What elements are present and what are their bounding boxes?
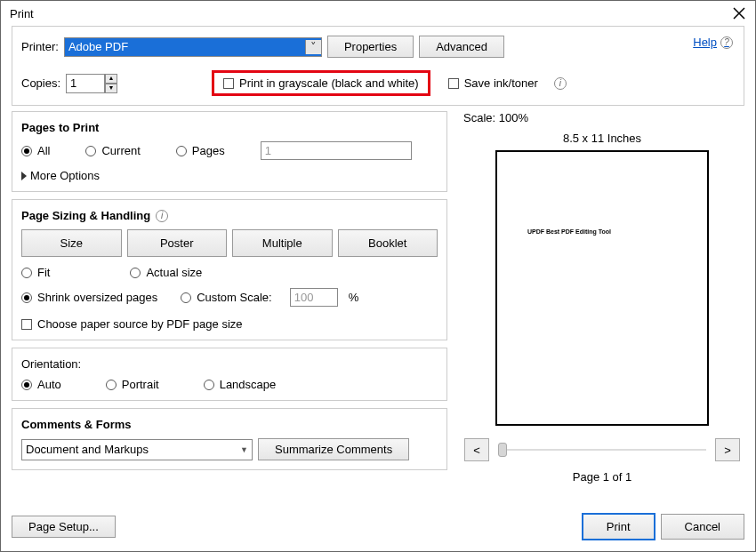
preview-doc-text: UPDF Best PDF Editing Tool bbox=[527, 228, 611, 235]
preview-page: UPDF Best PDF Editing Tool bbox=[495, 150, 709, 426]
radio-custom-scale[interactable] bbox=[181, 292, 191, 303]
comments-selected: Document and Markups bbox=[26, 443, 149, 456]
radio-current[interactable] bbox=[85, 146, 96, 156]
pages-to-print-heading: Pages to Print bbox=[21, 121, 438, 134]
page-indicator: Page 1 of 1 bbox=[573, 470, 632, 484]
copies-input[interactable] bbox=[66, 74, 105, 93]
summarize-comments-button[interactable]: Summarize Comments bbox=[258, 438, 409, 460]
printer-select[interactable]: Adobe PDF ˅ bbox=[64, 37, 322, 57]
radio-portrait[interactable] bbox=[106, 380, 117, 390]
comments-panel: Comments & Forms Document and Markups ▼ … bbox=[12, 408, 447, 470]
copies-down[interactable]: ▼ bbox=[105, 84, 117, 93]
printer-label: Printer: bbox=[21, 40, 59, 53]
close-icon[interactable] bbox=[732, 6, 746, 20]
save-ink-label: Save ink/toner bbox=[464, 76, 538, 90]
help-link[interactable]: Help ? bbox=[693, 36, 733, 49]
custom-scale-input[interactable] bbox=[290, 288, 338, 307]
triangle-right-icon bbox=[21, 172, 27, 180]
radio-shrink[interactable] bbox=[21, 292, 32, 303]
save-ink-info-icon[interactable]: i bbox=[554, 77, 567, 90]
comments-heading: Comments & Forms bbox=[21, 418, 438, 431]
label-shrink: Shrink oversized pages bbox=[37, 291, 157, 304]
help-info-icon: ? bbox=[720, 36, 733, 49]
radio-fit[interactable] bbox=[21, 268, 32, 278]
label-landscape: Landscape bbox=[220, 378, 277, 391]
paper-source-checkbox[interactable] bbox=[21, 319, 32, 330]
multiple-button[interactable]: Multiple bbox=[232, 229, 333, 257]
chevron-down-icon: ˅ bbox=[305, 40, 321, 54]
copies-spinner[interactable]: ▲ ▼ bbox=[66, 74, 117, 93]
size-button[interactable]: Size bbox=[21, 229, 122, 257]
properties-button[interactable]: Properties bbox=[327, 36, 414, 58]
label-custom-scale: Custom Scale: bbox=[197, 291, 272, 304]
save-ink-checkbox[interactable] bbox=[448, 78, 459, 89]
label-all: All bbox=[37, 144, 50, 157]
radio-all[interactable] bbox=[21, 146, 32, 156]
chevron-down-icon: ▼ bbox=[240, 445, 248, 454]
page-setup-button[interactable]: Page Setup... bbox=[12, 516, 116, 538]
orientation-panel: Orientation: Auto Portrait Landscape bbox=[12, 348, 447, 401]
booklet-button[interactable]: Booklet bbox=[338, 229, 438, 257]
copies-label: Copies: bbox=[21, 76, 60, 90]
grayscale-checkbox[interactable] bbox=[223, 78, 234, 89]
scale-label: Scale: 100% bbox=[463, 111, 528, 124]
orientation-heading: Orientation: bbox=[21, 357, 438, 371]
next-page-button[interactable]: > bbox=[715, 438, 740, 461]
printer-selected: Adobe PDF bbox=[68, 40, 128, 53]
label-portrait: Portrait bbox=[122, 378, 159, 391]
radio-pages[interactable] bbox=[176, 146, 187, 156]
grayscale-label: Print in grayscale (black and white) bbox=[239, 76, 419, 90]
more-options-label: More Options bbox=[30, 169, 100, 182]
pages-range-input[interactable] bbox=[261, 141, 412, 160]
label-pages: Pages bbox=[192, 144, 225, 157]
dimensions-label: 8.5 x 11 Inches bbox=[563, 132, 641, 145]
more-options-toggle[interactable]: More Options bbox=[21, 169, 438, 182]
radio-actual[interactable] bbox=[130, 268, 141, 278]
slider-thumb[interactable] bbox=[498, 443, 507, 457]
label-actual: Actual size bbox=[146, 266, 202, 279]
label-current: Current bbox=[101, 144, 140, 157]
percent-label: % bbox=[349, 291, 359, 304]
comments-select[interactable]: Document and Markups ▼ bbox=[21, 439, 253, 460]
prev-page-button[interactable]: < bbox=[464, 438, 489, 461]
window-title: Print bbox=[10, 7, 34, 20]
pages-to-print-panel: Pages to Print All Current Pages More Op… bbox=[12, 111, 447, 192]
poster-button[interactable]: Poster bbox=[127, 229, 228, 257]
print-button[interactable]: Print bbox=[582, 513, 655, 540]
page-sizing-panel: Page Sizing & Handling i Size Poster Mul… bbox=[12, 199, 447, 340]
page-slider[interactable] bbox=[498, 449, 706, 451]
cancel-button[interactable]: Cancel bbox=[661, 514, 744, 540]
grayscale-highlight: Print in grayscale (black and white) bbox=[212, 70, 430, 96]
page-sizing-heading: Page Sizing & Handling bbox=[21, 209, 150, 222]
label-fit: Fit bbox=[37, 266, 50, 279]
radio-landscape[interactable] bbox=[204, 380, 214, 390]
help-label: Help bbox=[693, 36, 717, 49]
sizing-info-icon[interactable]: i bbox=[156, 210, 168, 222]
copies-up[interactable]: ▲ bbox=[105, 74, 117, 84]
paper-source-label: Choose paper source by PDF page size bbox=[37, 317, 243, 331]
label-auto: Auto bbox=[37, 378, 61, 391]
advanced-button[interactable]: Advanced bbox=[419, 36, 504, 58]
radio-auto[interactable] bbox=[21, 380, 32, 390]
